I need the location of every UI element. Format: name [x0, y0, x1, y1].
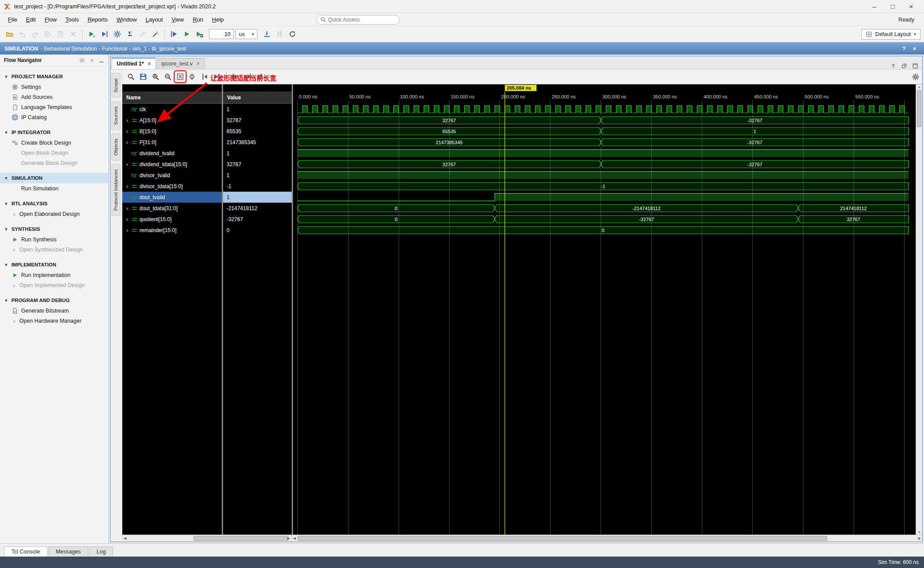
- side-tab-protocol-instances[interactable]: Protocol Instances: [112, 164, 121, 216]
- scroll-right-icon[interactable]: ▶: [287, 536, 290, 540]
- fn-item-run-simulation[interactable]: Run Simulation: [0, 183, 108, 193]
- signal-value-clk[interactable]: 1: [223, 104, 292, 115]
- run-time-input[interactable]: [209, 29, 234, 39]
- signal-value-divisor-tvalid[interactable]: 1: [223, 170, 292, 181]
- expand-icon[interactable]: ›: [125, 205, 130, 211]
- fn-item-open-implemented-design[interactable]: ›Open Implemented Design: [0, 280, 108, 290]
- signal-value-p-31-0[interactable]: 2147385345: [223, 137, 292, 148]
- panel-maximize-icon[interactable]: [912, 63, 918, 69]
- wave-settings-gear-icon[interactable]: [912, 73, 919, 80]
- side-tab-scope[interactable]: Scope: [112, 73, 121, 98]
- critical-path-button[interactable]: [150, 28, 161, 40]
- signal-value-remainder-15-0[interactable]: 0: [223, 225, 292, 236]
- scroll-left-icon[interactable]: ◀: [124, 536, 126, 540]
- fn-header-project-manager[interactable]: ▼PROJECT MANAGER: [0, 71, 108, 82]
- editor-tab-ipcore-test-v[interactable]: ipcore_test.v×: [157, 58, 205, 69]
- fn-item-settings[interactable]: Settings: [0, 82, 108, 92]
- signal-row-b-15-0[interactable]: ›B[15:0]: [122, 126, 222, 137]
- fn-item-open-synthesized-design[interactable]: ›Open Synthesized Design: [0, 244, 108, 255]
- scroll-up-icon[interactable]: ▲: [916, 85, 922, 88]
- quick-access[interactable]: [316, 15, 400, 25]
- menu-layout[interactable]: Layout: [141, 14, 167, 25]
- fn-item-language-templates[interactable]: Language Templates: [0, 102, 108, 112]
- expand-icon[interactable]: ›: [125, 117, 130, 124]
- signal-row-divisor-tdata-15-0[interactable]: ›divisor_tdata[15:0]: [122, 181, 222, 192]
- signal-row-dout-tdata-31-0[interactable]: ›dout_tdata[31:0]: [122, 203, 222, 214]
- time-unit-select[interactable]: us ▾: [235, 29, 257, 39]
- expand-icon[interactable]: ›: [125, 183, 130, 189]
- signal-value-dividend-tdata-15-0[interactable]: 32767: [223, 159, 292, 170]
- run-for-button[interactable]: [194, 28, 205, 40]
- signal-value-a-15-0[interactable]: 32767: [223, 115, 292, 126]
- wave-vscrollbar[interactable]: ▲ ▼: [916, 84, 922, 535]
- signal-value-dout-tvalid[interactable]: 1: [223, 192, 292, 203]
- restart-button[interactable]: [168, 28, 180, 40]
- tab-close-icon[interactable]: ×: [148, 61, 151, 67]
- fn-item-ip-catalog[interactable]: IP Catalog: [0, 112, 108, 122]
- layout-select[interactable]: Default Layout ▾: [862, 29, 920, 40]
- fn-header-implementation[interactable]: ▼IMPLEMENTATION: [0, 259, 108, 270]
- flow-nav-menu-icon[interactable]: [79, 58, 85, 63]
- signal-row-remainder-15-0[interactable]: ›remainder[15:0]: [122, 225, 222, 236]
- signal-row-clk[interactable]: clk: [122, 104, 222, 115]
- names-hscrollbar[interactable]: ◀ ▶: [122, 535, 292, 542]
- run-button[interactable]: [86, 28, 98, 40]
- menu-tools[interactable]: Tools: [61, 14, 83, 25]
- signal-value-b-15-0[interactable]: 65535: [223, 126, 292, 137]
- menu-view[interactable]: View: [167, 14, 188, 25]
- menu-window[interactable]: Window: [112, 14, 141, 25]
- signal-value-dividend-tvalid[interactable]: 1: [223, 148, 292, 159]
- redo-button[interactable]: [29, 28, 41, 40]
- settings-button[interactable]: [111, 28, 123, 40]
- fn-header-simulation[interactable]: ▼SIMULATION: [0, 173, 108, 183]
- expand-icon[interactable]: ›: [125, 128, 130, 135]
- open-button[interactable]: [4, 28, 15, 40]
- paste-button[interactable]: [55, 28, 66, 40]
- fn-header-rtl-analysis[interactable]: ▼RTL ANALYSIS: [0, 198, 108, 209]
- fn-item-add-sources[interactable]: Add Sources: [0, 92, 108, 102]
- value-column-header[interactable]: Value: [223, 91, 292, 104]
- menu-edit[interactable]: Edit: [22, 14, 40, 25]
- console-tab-log[interactable]: Log: [89, 546, 114, 557]
- signal-value-quotient-15-0[interactable]: -32767: [223, 214, 292, 225]
- signal-row-dividend-tvalid[interactable]: dividend_tvalid: [122, 148, 222, 159]
- menu-file[interactable]: File: [4, 14, 22, 25]
- signal-row-p-31-0[interactable]: ›P[31:0]: [122, 137, 222, 148]
- side-tab-objects[interactable]: Objects: [112, 134, 121, 160]
- fn-item-open-block-design[interactable]: Open Block Design: [0, 148, 108, 158]
- close-icon[interactable]: ×: [902, 0, 920, 13]
- wave-plot[interactable]: 0.000 ns50.000 ns100.000 ns150.000 ns200…: [293, 84, 916, 535]
- fn-item-run-implementation[interactable]: Run Implementation: [0, 270, 108, 280]
- side-tab-sources[interactable]: Sources: [112, 102, 121, 130]
- expand-icon[interactable]: ›: [125, 227, 130, 233]
- wave-hscroll-thumb[interactable]: [297, 536, 827, 541]
- fn-item-run-synthesis[interactable]: Run Synthesis: [0, 234, 108, 244]
- fn-item-create-block-design[interactable]: Create Block Design: [0, 138, 108, 148]
- expand-icon[interactable]: ›: [125, 139, 130, 146]
- console-tab-tcl-console[interactable]: Tcl Console: [4, 546, 48, 557]
- signal-row-divisor-tvalid[interactable]: divisor_tvalid: [122, 170, 222, 181]
- prev-transition-button[interactable]: [199, 71, 210, 82]
- zoom-in-button[interactable]: [150, 71, 161, 82]
- copy-button[interactable]: [42, 28, 54, 40]
- scroll-down-icon[interactable]: ▼: [916, 531, 922, 534]
- signal-value-divisor-tdata-15-0[interactable]: -1: [223, 181, 292, 192]
- wave-hscrollbar[interactable]: ◀ ▶: [292, 535, 922, 542]
- expand-icon[interactable]: ›: [125, 161, 130, 167]
- menu-flow[interactable]: Flow: [40, 14, 61, 25]
- fn-item-generate-block-design[interactable]: Generate Block Design: [0, 158, 108, 168]
- fn-header-synthesis[interactable]: ▼SYNTHESIS: [0, 224, 108, 234]
- fn-header-program-and-debug[interactable]: ▼PROGRAM AND DEBUG: [0, 295, 108, 306]
- menu-reports[interactable]: Reports: [83, 14, 112, 25]
- menu-help[interactable]: Help: [208, 14, 228, 25]
- zoom-to-cursor-button[interactable]: [187, 71, 198, 82]
- save-button[interactable]: [138, 71, 149, 82]
- edit-button[interactable]: [137, 28, 149, 40]
- signal-row-dividend-tdata-15-0[interactable]: ›dividend_tdata[15:0]: [122, 159, 222, 170]
- find-button[interactable]: [125, 71, 136, 82]
- fn-item-generate-bitstream[interactable]: 101Generate Bitstream: [0, 306, 108, 316]
- vscroll-thumb[interactable]: [917, 90, 921, 127]
- pause-button[interactable]: [274, 28, 286, 40]
- signal-row-quotient-15-0[interactable]: ›quotient[15:0]: [122, 214, 222, 225]
- name-column-header[interactable]: Name: [122, 91, 222, 104]
